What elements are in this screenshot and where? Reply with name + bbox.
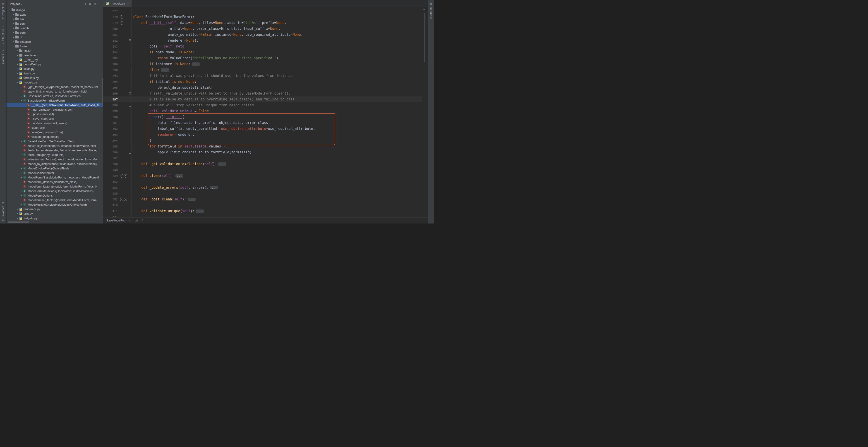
code-line[interactable]: 303 renderer=renderer, — [103, 132, 422, 138]
tree-item[interactable]: ▸widgets.py — [6, 216, 103, 220]
tree-item[interactable]: ▸ModelForm(BaseModelForm, metaclass=Mode… — [6, 175, 103, 180]
fold-marker-icon[interactable] — [129, 63, 131, 65]
code-line[interactable]: 277 — [103, 8, 422, 14]
tree-item[interactable]: clean(self) — [6, 125, 103, 130]
chevron-collapsed-icon[interactable]: ▸ — [12, 27, 16, 29]
chevron-collapsed-icon[interactable]: ▸ — [20, 190, 23, 192]
code-line[interactable]: 305 for formfield in self.fields.values(… — [103, 143, 422, 149]
line-number[interactable]: 304 — [103, 139, 120, 142]
tree-item[interactable]: ▸db — [6, 35, 103, 39]
locate-file-icon[interactable]: ⌖ — [85, 2, 86, 5]
override-up-icon[interactable]: ↑ — [124, 198, 127, 201]
tree-item[interactable]: ▸dispatch — [6, 39, 103, 44]
chevron-collapsed-icon[interactable]: ▸ — [20, 95, 23, 97]
code-line[interactable]: 304 ) — [103, 138, 422, 143]
line-number[interactable]: 295 — [103, 86, 120, 89]
line-number[interactable]: 299 — [103, 109, 120, 113]
chevron-collapsed-icon[interactable]: ▸ — [16, 77, 19, 79]
code-line[interactable]: 298 # super will stop validate_unique fr… — [103, 102, 422, 108]
tree-item[interactable]: ▸utils.py — [6, 211, 103, 216]
tree-item[interactable]: ▸ModelFormOptions — [6, 193, 103, 198]
line-number[interactable]: 286 — [103, 62, 120, 66]
tree-item[interactable]: _get_foreign_key(parent_model, model, fk… — [6, 84, 103, 89]
code-line[interactable]: 353 def _update_errors(self, errors):... — [103, 184, 422, 191]
tree-item[interactable]: ▾models.py — [6, 80, 103, 84]
chevron-collapsed-icon[interactable]: ▸ — [12, 18, 16, 20]
tree-item[interactable]: ▸ModelChoiceField(ChoiceField) — [6, 166, 103, 171]
fold-marker-icon[interactable] — [129, 39, 131, 42]
project-view-selector[interactable]: Project — [10, 2, 20, 6]
line-number[interactable]: 353 — [103, 186, 120, 190]
tree-item[interactable]: ▸apps — [6, 12, 103, 17]
chevron-expanded-icon[interactable]: ▾ — [8, 9, 11, 11]
chevron-collapsed-icon[interactable]: ▸ — [20, 167, 23, 169]
code-line[interactable]: 279↓ def __init__(self, data=None, files… — [103, 20, 422, 26]
tree-item[interactable]: modelform_factory(model, form=ModelForm,… — [6, 184, 103, 189]
tree-item[interactable]: ▸formsets.py — [6, 75, 103, 80]
line-number[interactable]: 283 — [103, 45, 120, 48]
line-number[interactable]: 348 — [103, 168, 120, 172]
code-line[interactable]: 282 renderer=None): — [103, 38, 422, 43]
tree-item[interactable]: validate_unique(self) — [6, 134, 103, 139]
tree-item[interactable]: modelformset_factory(model, form=ModelFo… — [6, 198, 103, 202]
chevron-collapsed-icon[interactable]: ▸ — [20, 203, 23, 206]
line-number[interactable]: 308 — [103, 163, 120, 166]
tree-item[interactable]: ▸InlineForeignKeyField(Field) — [6, 152, 103, 157]
tree-item[interactable]: _save_m2m(self) — [6, 116, 103, 121]
line-number[interactable]: 349 — [103, 174, 120, 178]
close-icon[interactable]: × — [127, 2, 129, 5]
line-number[interactable]: 410 — [103, 204, 120, 207]
tree-item[interactable]: ▸fields.py — [6, 67, 103, 71]
tree-item[interactable]: ▸boundfield.py — [6, 62, 103, 67]
code-area[interactable]: 277278↓class BaseModelForm(BaseForm):279… — [103, 7, 422, 218]
chevron-collapsed-icon[interactable]: ▸ — [12, 36, 16, 38]
code-line[interactable]: 290 else:... — [103, 67, 422, 73]
code-line[interactable]: 294 if initial is not None: — [103, 79, 422, 84]
tab-models-py[interactable]: models.py × — [103, 0, 132, 7]
tree-item[interactable]: save(self, commit=True) — [6, 130, 103, 134]
tool-button-favorites[interactable]: ★ 2: Favorites — [0, 199, 6, 224]
code-line[interactable]: 308 def _get_validation_exclusions(self)… — [103, 161, 422, 167]
chevron-collapsed-icon[interactable]: ▸ — [20, 194, 23, 197]
line-number[interactable]: 285 — [103, 57, 120, 60]
tree-item[interactable]: _get_validation_exclusions(self) — [6, 107, 103, 112]
chevron-collapsed-icon[interactable]: ▸ — [16, 212, 19, 215]
chevron-collapsed-icon[interactable]: ▸ — [12, 40, 16, 43]
line-number[interactable]: 280 — [103, 27, 120, 31]
override-down-icon[interactable]: ↓ — [120, 174, 123, 178]
tree-item[interactable]: ▾django — [6, 8, 103, 12]
tree-item[interactable]: ▸renderers.py — [6, 207, 103, 211]
chevron-collapsed-icon[interactable]: ▸ — [20, 172, 23, 174]
line-number[interactable]: 305 — [103, 145, 120, 148]
code-line[interactable]: 278↓class BaseModelForm(BaseForm): — [103, 14, 422, 20]
line-number[interactable]: 282 — [103, 39, 120, 42]
override-up-icon[interactable]: ↑ — [124, 174, 127, 178]
line-number[interactable]: 294 — [103, 80, 120, 83]
chevron-expanded-icon[interactable]: ▾ — [20, 99, 23, 102]
code-line[interactable]: 352 — [103, 179, 422, 184]
fold-marker-icon[interactable] — [129, 92, 131, 95]
chevron-down-icon[interactable]: ▾ — [21, 3, 22, 5]
tool-button-commit[interactable]: ✓ Commit — [0, 47, 6, 67]
fold-marker-icon[interactable] — [129, 104, 131, 107]
code-line[interactable]: 381↓↑ def _post_clean(self):... — [103, 196, 422, 202]
tool-button-database[interactable]: ▦ Database — [428, 0, 434, 22]
tree-item[interactable]: ▸templates — [6, 53, 103, 58]
code-line[interactable]: 283 opts = self._meta — [103, 43, 422, 49]
tree-item[interactable]: ▸ModelMultipleChoiceField(ModelChoiceFie… — [6, 202, 103, 207]
line-number[interactable]: 279 — [103, 21, 120, 25]
code-line[interactable]: 380 — [103, 191, 422, 196]
override-down-icon[interactable]: ↓ — [120, 198, 123, 201]
code-line[interactable]: 307 — [103, 155, 422, 161]
line-number[interactable]: 380 — [103, 192, 120, 195]
project-vertical-scrollbar[interactable] — [102, 78, 102, 105]
tree-item-selected[interactable]: __init__(self, data=None, files=None, au… — [6, 103, 103, 107]
line-number[interactable]: 381 — [103, 198, 120, 201]
collapse-all-icon[interactable]: ⇅ — [89, 2, 91, 5]
override-down-icon[interactable]: ↓ — [120, 21, 123, 25]
line-number[interactable]: 290 — [103, 68, 120, 72]
tree-item[interactable]: _update_errors(self, errors) — [6, 121, 103, 125]
line-number[interactable]: 284 — [103, 51, 120, 54]
hide-panel-icon[interactable]: — — [98, 2, 101, 5]
code-line[interactable]: 348 — [103, 167, 422, 173]
